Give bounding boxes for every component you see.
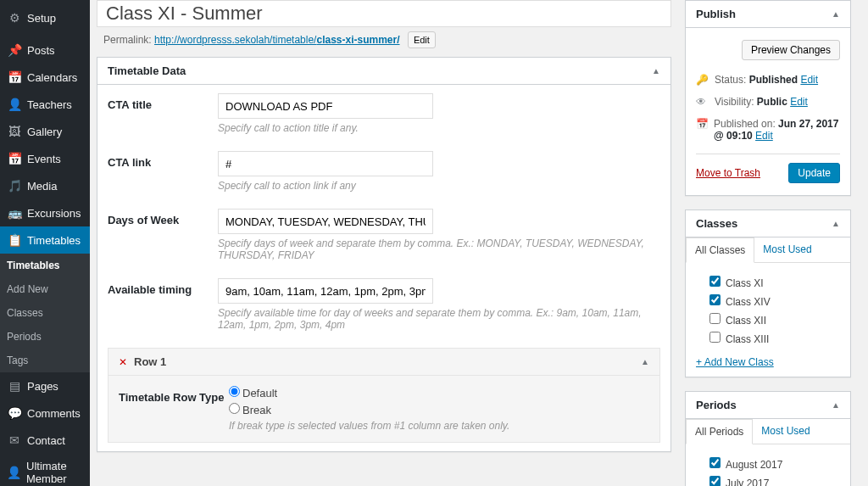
cta-title-input[interactable] <box>218 93 433 119</box>
sidebar-label: Teachers <box>27 98 72 111</box>
sidebar-label: Contact <box>27 434 65 447</box>
update-button[interactable]: Update <box>788 163 840 183</box>
calendar-icon: 📅 <box>7 151 22 166</box>
toggle-panel-icon[interactable]: ▲ <box>832 219 840 228</box>
image-icon: 🖼 <box>7 124 22 139</box>
rowtype-desc: If break type is selected values from #1… <box>229 420 649 432</box>
sidebar-sub-add-new[interactable]: Add New <box>0 277 90 301</box>
preview-button[interactable]: Preview Changes <box>742 40 840 60</box>
cta-link-label: CTA link <box>108 151 218 169</box>
sidebar-sub-tags[interactable]: Tags <box>0 349 90 372</box>
edit-visibility-link[interactable]: Edit <box>790 96 808 108</box>
toggle-panel-icon[interactable]: ▲ <box>652 66 660 75</box>
rowtype-label: Timetable Row Type <box>119 386 229 432</box>
cta-title-desc: Specify call to action title if any. <box>218 122 660 134</box>
sidebar-item-comments[interactable]: 💬Comments <box>0 399 90 427</box>
classes-panel: Classes ▲ All Classes Most Used Class XI… <box>685 209 851 377</box>
add-new-class-link[interactable]: + Add New Class <box>696 356 774 368</box>
sidebar-item-pages[interactable]: ▤Pages <box>0 372 90 399</box>
visibility-label: Visibility: <box>715 96 754 108</box>
toggle-panel-icon[interactable]: ▲ <box>832 400 840 410</box>
pin-icon: 📌 <box>7 42 22 58</box>
sidebar-item-calendars[interactable]: 📅Calendars <box>0 64 90 91</box>
sidebar-label: Gallery <box>27 126 62 138</box>
rowtype-default-radio[interactable] <box>229 386 240 397</box>
media-icon: 🎵 <box>7 178 22 193</box>
sidebar-item-posts[interactable]: 📌Posts <box>0 36 90 64</box>
page-title: Class XI - Summer <box>106 3 662 25</box>
person-icon: 👤 <box>7 465 21 480</box>
panel-title: Timetable Data <box>108 64 186 77</box>
timing-input[interactable] <box>218 278 433 304</box>
person-icon: 👤 <box>7 97 22 112</box>
sidebar-item-teachers[interactable]: 👤Teachers <box>0 91 90 118</box>
class-label: Class XIII <box>726 333 769 345</box>
sidebar-item-ultimate-member[interactable]: 👤Ultimate Member <box>0 454 90 486</box>
status-value: Published <box>749 74 798 86</box>
class-checkbox[interactable] <box>709 294 721 305</box>
panel-title: Classes <box>696 217 737 230</box>
move-to-trash-link[interactable]: Move to Trash <box>696 167 760 179</box>
sidebar-item-timetables[interactable]: 📋Timetables <box>0 226 90 254</box>
sidebar-label: Posts <box>27 44 55 57</box>
comment-icon: 💬 <box>7 405 22 421</box>
sidebar-item-excursions[interactable]: 🚌Excursions <box>0 199 90 226</box>
sidebar-label: Events <box>27 153 61 165</box>
days-input[interactable] <box>218 209 433 234</box>
rowtype-default-label: Default <box>242 387 277 399</box>
sidebar-label: Media <box>27 180 57 193</box>
timing-label: Available timing <box>108 278 218 296</box>
status-label: Status: <box>715 74 746 86</box>
rowtype-break-radio[interactable] <box>229 403 240 414</box>
cta-link-desc: Specify call to action link if any <box>218 180 660 192</box>
row-title: Row 1 <box>134 355 166 368</box>
sidebar-label: Excursions <box>27 207 81 220</box>
sidebar-label: Pages <box>27 380 58 393</box>
sidebar-item-contact[interactable]: ✉Contact <box>0 427 90 454</box>
tab-most-used[interactable]: Most Used <box>754 237 820 262</box>
timing-desc: Specify available time for day of weeks … <box>218 307 660 331</box>
sidebar-item-events[interactable]: 📅Events <box>0 145 90 172</box>
sidebar-item-setup[interactable]: ⚙Setup <box>0 4 90 31</box>
sidebar-label: Comments <box>27 407 81 420</box>
sidebar-sub-timetables[interactable]: Timetables <box>0 254 90 277</box>
period-label: July 2017 <box>726 478 769 486</box>
class-checkbox[interactable] <box>709 276 721 287</box>
class-checkbox[interactable] <box>709 332 721 343</box>
permalink-label: Permalink: <box>103 34 152 46</box>
edit-slug-button[interactable]: Edit <box>408 31 436 48</box>
mail-icon: ✉ <box>7 433 22 448</box>
timetable-data-panel: Timetable Data ▲ CTA title Specify call … <box>97 57 671 452</box>
cta-link-input[interactable] <box>218 151 433 176</box>
tab-all-classes[interactable]: All Classes <box>686 237 754 263</box>
pages-icon: ▤ <box>7 378 22 394</box>
tab-most-used[interactable]: Most Used <box>753 419 818 444</box>
permalink-link[interactable]: http://wordpresss.sekolah/timetable/clas… <box>154 34 400 46</box>
class-label: Class XI <box>726 277 764 289</box>
panel-title: Periods <box>696 399 737 411</box>
edit-status-link[interactable]: Edit <box>800 74 818 86</box>
period-checkbox[interactable] <box>709 457 721 468</box>
edit-date-link[interactable]: Edit <box>755 130 773 142</box>
tab-all-periods[interactable]: All Periods <box>686 419 753 444</box>
class-label: Class XIV <box>726 296 771 308</box>
rowtype-break-label: Break <box>242 404 271 416</box>
toggle-row-icon[interactable]: ▲ <box>641 357 649 366</box>
close-row-icon[interactable]: ✕ <box>119 356 127 368</box>
cta-title-label: CTA title <box>108 93 218 111</box>
post-title-box[interactable]: Class XI - Summer <box>97 0 671 27</box>
sidebar-label: Setup <box>27 12 56 25</box>
calendar-icon: 📅 <box>696 118 709 130</box>
sidebar-sub-periods[interactable]: Periods <box>0 325 90 349</box>
sidebar-item-gallery[interactable]: 🖼Gallery <box>0 118 90 145</box>
bus-icon: 🚌 <box>7 205 22 221</box>
days-desc: Specify days of week and separate them b… <box>218 237 660 261</box>
sidebar-label: Timetables <box>27 234 81 247</box>
panel-title: Publish <box>696 8 736 20</box>
row-1-box: ✕ Row 1 ▲ Timetable Row Type Default Bre… <box>108 348 660 443</box>
class-checkbox[interactable] <box>709 313 721 324</box>
period-checkbox[interactable] <box>709 476 721 486</box>
toggle-panel-icon[interactable]: ▲ <box>832 9 840 19</box>
sidebar-sub-classes[interactable]: Classes <box>0 301 90 325</box>
sidebar-item-media[interactable]: 🎵Media <box>0 172 90 199</box>
